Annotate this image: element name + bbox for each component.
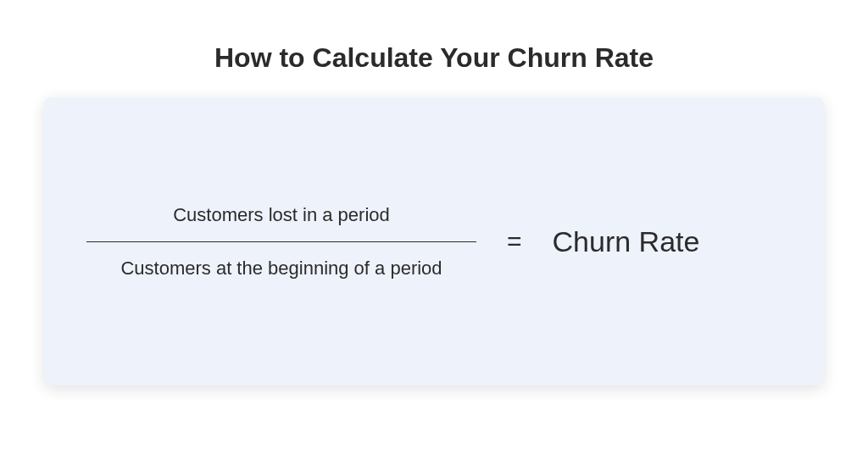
result-label: Churn Rate xyxy=(553,225,700,258)
denominator-text: Customers at the beginning of a period xyxy=(120,242,442,280)
formula: Customers lost in a period Customers at … xyxy=(86,204,782,280)
fraction: Customers lost in a period Customers at … xyxy=(86,204,476,280)
numerator-text: Customers lost in a period xyxy=(173,204,390,241)
equals-sign: = xyxy=(507,227,522,256)
formula-container: Customers lost in a period Customers at … xyxy=(44,97,824,385)
page-title: How to Calculate Your Churn Rate xyxy=(214,42,654,74)
